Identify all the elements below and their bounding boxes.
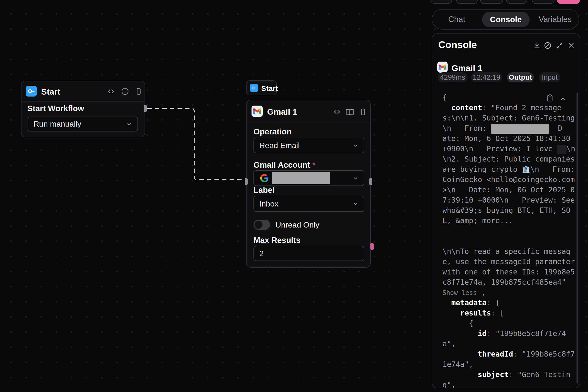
chevron-down-icon <box>352 200 359 207</box>
console-output-line: who&#39;s buying BTC, ETH, SO <box>442 205 580 216</box>
console-text-segment: L, &amp; more... <box>442 216 513 225</box>
console-text-segment: "Gen6-Testin <box>513 370 571 379</box>
gmail-account-label: Gmail Account * <box>254 160 315 170</box>
console-text-segment: , <box>477 288 486 297</box>
console-output-line: e, use the messageId parameter <box>442 256 580 267</box>
console-text-segment: "199b8e5c8f7 <box>517 350 575 358</box>
console-output-line: are buying crypto 🏦\n From: <box>442 164 580 174</box>
code-icon[interactable] <box>106 87 115 96</box>
operation-value: Read Email <box>259 141 299 150</box>
panel-tab-bar: Chat Console Variables <box>432 9 579 30</box>
gmail-icon <box>437 62 448 72</box>
console-text-segment: a", <box>442 340 456 348</box>
console-text-segment: >\n Date: Mon, 06 Oct 2025 0 <box>442 186 575 194</box>
console-output-line: s:\n\n1. Subject: Gen6-Testing <box>442 113 580 123</box>
output-tab[interactable]: Output <box>507 72 534 82</box>
start-node-output-handle[interactable] <box>144 105 147 112</box>
unread-only-toggle[interactable] <box>254 220 270 230</box>
console-output-line: metadata: { <box>442 298 580 308</box>
console-scrollbar[interactable] <box>577 92 578 384</box>
console-output-line <box>442 236 580 246</box>
info-icon[interactable] <box>121 87 129 96</box>
panel-icon[interactable] <box>135 87 143 96</box>
console-text-segment: 1e74a", <box>442 360 473 368</box>
start-node-title: Start <box>41 87 60 96</box>
console-text-segment: { <box>442 319 473 328</box>
gmail-node-right-handle[interactable] <box>369 178 372 185</box>
toolbar-button-5[interactable] <box>532 0 555 4</box>
console-output-line: threadId: "199b8e5c8f7 <box>442 349 580 359</box>
start-chip[interactable]: Start <box>246 80 277 95</box>
console-text-segment: { <box>442 93 447 102</box>
label-field-label: Label <box>254 186 275 195</box>
gmail-icon <box>252 106 263 117</box>
download-icon[interactable] <box>533 41 541 50</box>
console-text-segment: \n\nTo read a specific messag <box>442 247 571 256</box>
console-output-line: \n From: D <box>442 123 580 134</box>
console-output-line: ate: Mon, 6 Oct 2025 18:41:30 <box>442 134 580 144</box>
console-text-segment: CoinGecko <hello@coingecko.com <box>442 175 575 184</box>
console-text-segment: c8f71e74a, 199b875ccf485ea4" <box>442 278 566 286</box>
operation-label: Operation <box>254 127 292 136</box>
console-text-segment: "Found 2 message <box>487 104 562 112</box>
console-text-segment: metadata <box>451 298 487 307</box>
start-node-card[interactable]: Start Start Workflow Run manually <box>21 81 145 137</box>
tab-variables[interactable]: Variables <box>531 10 580 29</box>
console-output-line: \n\nTo read a specific messag <box>442 246 580 256</box>
console-output-line: +0900\n Preview: I love \n <box>442 144 580 154</box>
console-output-line: id: "199b8e5c8f71e74 <box>442 328 580 339</box>
console-text-segment: [ <box>495 309 504 317</box>
gmail-node-input-handle[interactable] <box>245 178 248 185</box>
console-text-segment: 7:39:10 +0000\n Preview: See <box>442 196 575 204</box>
tab-chat[interactable]: Chat <box>432 10 481 29</box>
console-text-segment <box>442 350 478 358</box>
console-output-line: 1e74a", <box>442 359 580 370</box>
docs-book-icon[interactable] <box>345 108 354 116</box>
console-output-lines: { content: "Found 2 messages:\n\n1. Subj… <box>442 92 580 388</box>
toggle-knob <box>255 221 263 229</box>
gmail-node-card[interactable]: Gmail 1 Operation Read Email Gmail Accou… <box>246 100 371 268</box>
start-chip-icon <box>250 84 258 92</box>
input-tab[interactable]: Input <box>539 72 561 82</box>
gmail-node-output-handle[interactable] <box>370 243 374 250</box>
console-text-segment: D <box>549 124 562 132</box>
operation-select[interactable]: Read Email <box>254 138 364 153</box>
console-text-segment: "199b8e5c8f71e74 <box>491 329 566 338</box>
tab-console[interactable]: Console <box>482 12 530 27</box>
code-icon[interactable] <box>332 108 341 116</box>
redacted-block <box>557 145 567 154</box>
gmail-node-divider <box>247 123 370 123</box>
console-text-segment: \n From: <box>530 165 575 174</box>
panel-icon[interactable] <box>359 108 367 116</box>
show-less-link[interactable]: Show less <box>442 289 477 296</box>
console-output-line: Show less , <box>442 288 580 298</box>
console-text-segment: : <box>487 298 491 307</box>
unread-only-label: Unread Only <box>276 220 319 230</box>
start-workflow-select[interactable]: Run manually <box>27 116 138 132</box>
console-text-segment: s:\n\n1. Subject: Gen6-Testing <box>442 114 575 122</box>
console-title: Console <box>438 39 477 50</box>
toolbar-button-4[interactable] <box>506 0 527 4</box>
console-text-segment: threadId <box>478 350 513 358</box>
chevron-down-icon <box>126 121 133 128</box>
console-text-segment: results <box>460 309 491 317</box>
expand-icon[interactable] <box>555 41 564 50</box>
google-g-icon <box>260 174 269 182</box>
console-output-line: \n2. Subject: Public companies <box>442 154 580 164</box>
close-icon[interactable] <box>567 41 575 50</box>
toolbar-button-3[interactable] <box>480 0 503 4</box>
console-text-segment <box>442 104 451 112</box>
toolbar-button-1[interactable] <box>430 0 452 4</box>
console-output-line: >\n Date: Mon, 06 Oct 2025 0 <box>442 185 580 195</box>
console-text-segment: \n From: <box>442 124 491 132</box>
toolbar-run-button[interactable] <box>557 0 580 4</box>
console-text-segment <box>442 329 478 338</box>
chevron-down-icon <box>352 175 359 182</box>
clear-console-icon[interactable] <box>544 41 552 50</box>
max-results-input[interactable]: 2 <box>254 246 364 261</box>
console-text-segment: id <box>478 329 487 338</box>
console-text-segment: \n2. Subject: Public companies <box>442 155 575 163</box>
gmail-account-select[interactable] <box>254 170 364 186</box>
toolbar-button-2[interactable] <box>456 0 478 4</box>
label-select[interactable]: Inbox <box>254 196 364 212</box>
